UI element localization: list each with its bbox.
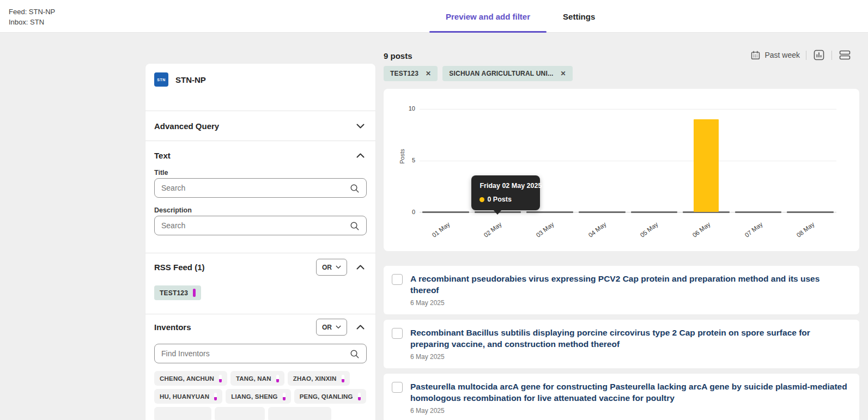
y-tick-label: 0 xyxy=(400,209,415,215)
posts-count: 9 posts xyxy=(384,51,412,60)
rss-feed-section: RSS Feed (1) OR TEST123 xyxy=(145,253,375,314)
post-date: 6 May 2025 xyxy=(410,299,849,307)
rss-tag-chip[interactable]: TEST123 xyxy=(154,285,201,300)
post-body: A recombinant pseudorabies virus express… xyxy=(410,273,849,307)
posts-chart-card: Posts 0510 01 May02 May03 May04 May05 Ma… xyxy=(384,89,859,251)
feed-header: STN STN-NP xyxy=(145,64,375,111)
inventor-chip[interactable]: ZHAO, XINXIN xyxy=(288,371,350,386)
inventor-chip-label: LIANG, SHENG xyxy=(231,393,277,400)
rss-tag-label: TEST123 xyxy=(160,289,188,297)
post-title[interactable]: Recombinant Bacillus subtilis displaying… xyxy=(410,327,849,350)
rss-tag-list: TEST123 xyxy=(154,276,367,300)
x-tick-label: 06 May xyxy=(683,221,712,245)
post-card: Pasteurella multocida arcA gene for cons… xyxy=(384,374,859,420)
title-field-label: Title xyxy=(154,169,367,176)
inventor-chip-label: HU, HUANYUAN xyxy=(160,393,209,400)
filter-chip: TEST123✕ xyxy=(384,66,438,81)
post-card: Recombinant Bacillus subtilis displaying… xyxy=(384,320,859,368)
feed-name: STN-NP xyxy=(175,72,206,84)
inventor-chip[interactable]: HU, HUANYUAN xyxy=(154,389,222,404)
tab-preview-and-add-filter[interactable]: Preview and add filter xyxy=(429,0,547,33)
rss-operator-dropdown[interactable]: OR xyxy=(316,259,347,276)
filter-chip-label: SICHUAN AGRICULTURAL UNI... xyxy=(449,70,553,77)
tooltip-value-label: 0 Posts xyxy=(487,196,511,203)
x-tick-label: 08 May xyxy=(787,221,816,245)
rss-operator-value: OR xyxy=(322,264,332,271)
tooltip-date: Friday 02 May 2025 xyxy=(479,182,532,190)
chevron-up-icon[interactable] xyxy=(355,324,366,331)
post-title[interactable]: Pasteurella multocida arcA gene for cons… xyxy=(410,381,849,404)
post-checkbox[interactable] xyxy=(392,274,403,285)
inventor-activity-indicator xyxy=(342,375,344,382)
inventor-chip[interactable]: PENG, QIANLING xyxy=(294,389,366,404)
inventor-chip-truncated[interactable] xyxy=(154,407,211,420)
description-search-input[interactable] xyxy=(161,221,349,230)
inventor-activity-indicator xyxy=(276,375,279,382)
search-icon[interactable] xyxy=(349,183,360,193)
title-search-input[interactable] xyxy=(161,184,349,192)
inventor-activity-indicator xyxy=(214,393,217,400)
toolbar-divider xyxy=(831,51,832,60)
inventor-activity-indicator xyxy=(219,375,222,382)
inbox-label: Inbox: STN xyxy=(9,17,55,27)
inventors-search-input[interactable] xyxy=(161,349,349,358)
inventor-chip-label: PENG, QIANLING xyxy=(300,393,353,400)
toolbar-divider xyxy=(806,51,806,60)
x-tick-label: 07 May xyxy=(736,221,764,245)
series-dot-icon xyxy=(479,197,484,202)
advanced-query-section[interactable]: Advanced Query xyxy=(145,111,375,141)
posts-list: A recombinant pseudorabies virus express… xyxy=(384,266,859,420)
inventor-chip-label: CHENG, ANCHUN xyxy=(160,375,214,382)
inventor-chip-truncated[interactable] xyxy=(268,407,331,420)
post-checkbox[interactable] xyxy=(392,328,403,339)
search-icon[interactable] xyxy=(349,349,360,359)
gridline xyxy=(420,161,836,161)
chart-bar[interactable] xyxy=(694,119,719,212)
inventor-chip-list: CHENG, ANCHUNTANG, NANZHAO, XINXINHU, HU… xyxy=(154,371,367,420)
x-tick-label: 04 May xyxy=(579,221,608,245)
inventors-section: Inventors OR CHENG, ANCHUNTANG, NANZHAO,… xyxy=(145,314,375,420)
inventor-chip[interactable]: LIANG, SHENG xyxy=(226,389,290,404)
zero-value-mark xyxy=(526,211,573,213)
tab-settings[interactable]: Settings xyxy=(547,0,611,33)
chevron-down-icon[interactable] xyxy=(355,123,366,130)
remove-filter-icon[interactable]: ✕ xyxy=(561,70,566,77)
inventors-search-field xyxy=(154,344,367,363)
title-search-field xyxy=(154,178,367,198)
y-tick-label: 10 xyxy=(400,105,415,112)
inventor-chip[interactable]: CHENG, ANCHUN xyxy=(154,371,227,386)
calendar-icon xyxy=(751,51,760,60)
post-title[interactable]: A recombinant pseudorabies virus express… xyxy=(410,273,849,296)
chevron-up-icon[interactable] xyxy=(355,264,366,271)
filter-chip-label: TEST123 xyxy=(390,70,418,77)
description-field-label: Description xyxy=(154,206,367,214)
date-range-button[interactable]: Past week xyxy=(751,51,800,60)
feed-sidebar: STN STN-NP Advanced Query Text Title Des… xyxy=(145,64,375,420)
chart-tooltip: Friday 02 May 20250 Posts xyxy=(471,175,540,210)
feed-source-icon: STN xyxy=(154,72,168,87)
inventors-operator-dropdown[interactable]: OR xyxy=(316,319,347,336)
zero-value-mark xyxy=(787,211,834,213)
active-filter-chips: TEST123✕SICHUAN AGRICULTURAL UNI...✕ xyxy=(384,66,573,81)
post-checkbox[interactable] xyxy=(392,382,403,393)
chart-view-icon[interactable] xyxy=(812,48,825,62)
remove-filter-icon[interactable]: ✕ xyxy=(426,70,431,77)
tag-activity-indicator xyxy=(193,289,196,297)
inventor-chip-label: ZHAO, XINXIN xyxy=(293,375,337,382)
post-body: Recombinant Bacillus subtilis displaying… xyxy=(410,327,849,361)
chevron-up-icon[interactable] xyxy=(355,152,366,159)
text-section-label: Text xyxy=(154,151,171,160)
list-view-icon[interactable] xyxy=(838,48,852,62)
gridline xyxy=(420,109,836,109)
app-header: Feed: STN-NP Inbox: STN Preview and add … xyxy=(0,0,868,33)
inventors-label: Inventors xyxy=(154,322,316,332)
inventor-chip[interactable]: TANG, NAN xyxy=(230,371,284,386)
tooltip-arrow xyxy=(493,210,502,215)
description-search-field xyxy=(154,216,367,235)
x-tick-label: 05 May xyxy=(631,221,659,245)
inventor-chip-truncated[interactable] xyxy=(215,407,265,420)
rss-feed-label: RSS Feed (1) xyxy=(154,263,316,272)
search-icon[interactable] xyxy=(349,221,360,231)
bar-chart-plot[interactable]: 01 May02 May03 May04 May05 May06 May07 M… xyxy=(420,109,836,212)
zero-value-mark xyxy=(631,211,678,213)
